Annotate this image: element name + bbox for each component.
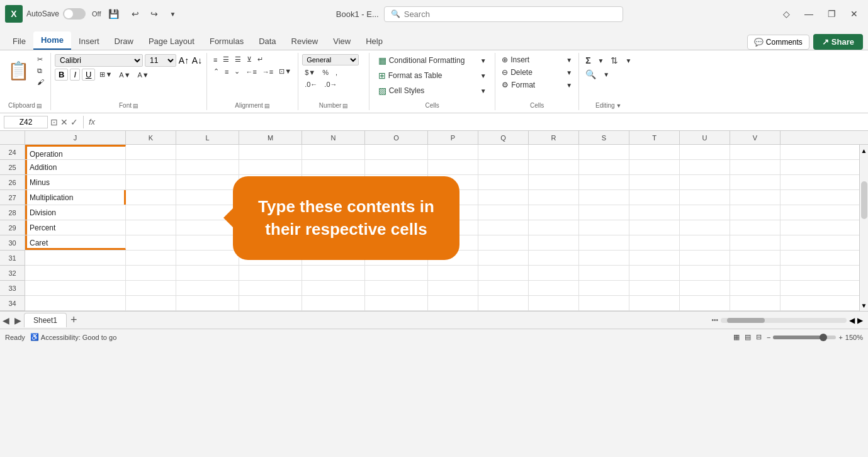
cell-P27[interactable] xyxy=(428,190,478,205)
cell-L26[interactable] xyxy=(176,175,239,189)
cell-P31[interactable] xyxy=(428,251,478,265)
decrease-indent-button[interactable]: ←≡ xyxy=(243,66,259,77)
sort-dropdown[interactable]: ▼ xyxy=(623,56,634,65)
context-menu-dots[interactable]: ••• xyxy=(711,317,718,324)
format-as-table-button[interactable]: ⊞ Format as Table ▼ xyxy=(376,69,489,82)
cell-M27[interactable] xyxy=(239,190,302,205)
cell-T31[interactable] xyxy=(629,251,680,265)
underline-button[interactable]: U xyxy=(82,69,95,81)
row-num-27[interactable]: 27 xyxy=(0,190,25,205)
cell-U25[interactable] xyxy=(680,160,730,174)
cell-T26[interactable] xyxy=(629,175,680,189)
tab-review[interactable]: Review xyxy=(284,33,326,50)
share-button[interactable]: ↗ Share xyxy=(813,34,863,50)
cell-styles-button[interactable]: ▨ Cell Styles ▼ xyxy=(376,84,489,97)
col-header-M[interactable]: M xyxy=(239,131,302,144)
cell-Q32[interactable] xyxy=(478,266,529,280)
scroll-up-button[interactable]: ▲ xyxy=(860,145,869,156)
cell-Q28[interactable] xyxy=(478,205,529,220)
cell-K34[interactable] xyxy=(126,296,176,310)
cell-T32[interactable] xyxy=(629,266,680,280)
scroll-sheet-left[interactable]: ◀ xyxy=(0,315,12,325)
decrease-font-button[interactable]: A↓ xyxy=(191,55,203,66)
cell-J33[interactable] xyxy=(25,281,126,295)
cell-J34[interactable] xyxy=(25,296,126,310)
zoom-slider[interactable] xyxy=(773,336,836,339)
cell-U27[interactable] xyxy=(680,190,730,205)
col-header-K[interactable]: K xyxy=(126,131,176,144)
cell-Q27[interactable] xyxy=(478,190,529,205)
tab-draw[interactable]: Draw xyxy=(107,33,141,50)
conditional-formatting-dropdown[interactable]: ▼ xyxy=(480,57,487,64)
scroll-sheet-right[interactable]: ▶ xyxy=(12,315,24,325)
scrollbar-thumb[interactable] xyxy=(861,181,867,219)
cell-K26[interactable] xyxy=(126,175,176,189)
row-num-34[interactable]: 34 xyxy=(0,296,25,311)
increase-decimal-button[interactable]: .0→ xyxy=(322,79,339,89)
cell-S25[interactable] xyxy=(579,160,629,174)
italic-button[interactable]: I xyxy=(70,69,80,81)
col-header-U[interactable]: U xyxy=(680,131,730,144)
cell-L31[interactable] xyxy=(176,251,239,265)
angle-text-button[interactable]: ⊻ xyxy=(244,54,254,65)
bold-button[interactable]: B xyxy=(55,69,68,81)
cell-P28[interactable] xyxy=(428,205,478,220)
cell-U31[interactable] xyxy=(680,251,730,265)
delete-dropdown[interactable]: ▼ xyxy=(566,69,572,76)
row-num-30[interactable]: 30 xyxy=(0,235,25,251)
scroll-left-button[interactable]: ◀ xyxy=(849,316,855,325)
cell-P26[interactable] xyxy=(428,175,478,189)
cell-S27[interactable] xyxy=(579,190,629,205)
cell-Q24[interactable] xyxy=(478,145,529,159)
cell-U29[interactable] xyxy=(680,220,730,235)
search-input[interactable] xyxy=(404,9,616,19)
cell-S30[interactable] xyxy=(579,235,629,250)
cell-J25[interactable]: Addition xyxy=(25,160,126,174)
restore-button[interactable]: ❐ xyxy=(823,5,840,23)
cell-P30[interactable] xyxy=(428,235,478,250)
cell-K28[interactable] xyxy=(126,205,176,220)
cell-N34[interactable] xyxy=(302,296,365,310)
cell-V32[interactable] xyxy=(730,266,781,280)
cell-R25[interactable] xyxy=(529,160,579,174)
cell-T34[interactable] xyxy=(629,296,680,310)
format-painter-button[interactable]: 🖌 xyxy=(35,77,47,87)
tab-data[interactable]: Data xyxy=(251,33,283,50)
cell-M30[interactable] xyxy=(239,235,302,250)
bottom-align-button[interactable]: ⌄ xyxy=(232,66,242,77)
copilot-icon[interactable]: ◇ xyxy=(777,5,795,23)
cell-U33[interactable] xyxy=(680,281,730,295)
sheet-tab-sheet1[interactable]: Sheet1 xyxy=(24,313,67,327)
cell-J27[interactable]: Multiplication xyxy=(25,190,126,205)
format-table-dropdown[interactable]: ▼ xyxy=(480,72,487,79)
cell-O30[interactable] xyxy=(365,235,428,250)
cell-N25[interactable] xyxy=(302,160,365,174)
cell-P32[interactable] xyxy=(428,266,478,280)
cell-O26[interactable] xyxy=(365,175,428,189)
cell-R29[interactable] xyxy=(529,220,579,235)
cell-N27[interactable] xyxy=(302,190,365,205)
cell-J31[interactable] xyxy=(25,251,126,265)
cell-S28[interactable] xyxy=(579,205,629,220)
mid-align-button[interactable]: ≡ xyxy=(222,66,231,77)
cell-V31[interactable] xyxy=(730,251,781,265)
cell-N32[interactable] xyxy=(302,266,365,280)
cell-V33[interactable] xyxy=(730,281,781,295)
cell-styles-dropdown[interactable]: ▼ xyxy=(480,87,487,94)
cell-V30[interactable] xyxy=(730,235,781,250)
col-header-Q[interactable]: Q xyxy=(478,131,529,144)
horizontal-scroll-thumb[interactable] xyxy=(727,318,765,323)
formula-input[interactable] xyxy=(98,118,864,127)
row-num-24[interactable]: 24 xyxy=(0,145,25,160)
cell-N29[interactable] xyxy=(302,220,365,235)
tab-view[interactable]: View xyxy=(325,33,358,50)
number-dialog-icon[interactable]: ▤ xyxy=(342,103,348,109)
cell-R32[interactable] xyxy=(529,266,579,280)
number-format-select[interactable]: General xyxy=(302,54,359,65)
col-header-N[interactable]: N xyxy=(302,131,365,144)
cell-P33[interactable] xyxy=(428,281,478,295)
cell-N30[interactable] xyxy=(302,235,365,250)
cell-L32[interactable] xyxy=(176,266,239,280)
cell-O27[interactable] xyxy=(365,190,428,205)
cell-V26[interactable] xyxy=(730,175,781,189)
